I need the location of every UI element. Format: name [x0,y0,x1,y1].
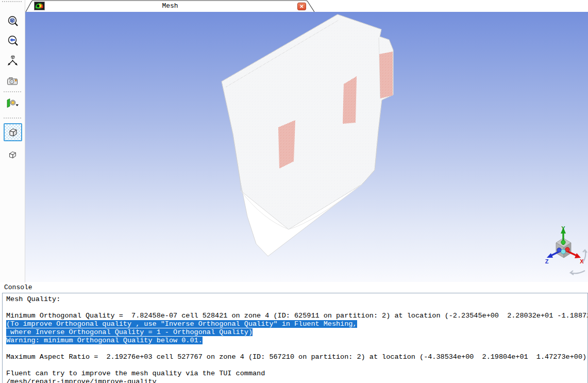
lights-dropdown-icon [5,96,20,110]
marked-face-left [278,120,295,169]
close-button[interactable]: ✕ [297,3,306,10]
zoom-in-button[interactable] [4,13,21,30]
console-line: Mesh Quality: [6,295,588,304]
console-panel-label: Console [4,284,32,291]
toolbar-separator [4,118,21,120]
console-line: Minimum Orthogonal Quality = 7.82458e-07… [6,312,588,320]
rotate-hint-arrow-horizontal [570,271,585,275]
camera-icon [6,74,19,88]
mesh-model [222,14,393,256]
graphics-toolbar [0,0,25,282]
console-line: Maximum Aspect Ratio = 2.19276e+03 cell … [6,353,588,361]
triad-z-label: Z [545,258,549,264]
orthographic-cube-icon [7,149,18,160]
console-line-selected: where Inverse Orthogonal Quality = 1 - O… [6,328,588,337]
console-output[interactable]: Mesh Quality: Minimum Orthogonal Quality… [6,295,588,383]
lighting-options-button[interactable] [4,95,21,111]
fit-to-window-button[interactable] [4,53,21,69]
toolbar-grip[interactable] [2,1,22,4]
console-line [6,361,588,370]
console-line [6,345,588,353]
save-picture-button[interactable] [4,73,21,89]
triad-y-label: Y [561,225,565,231]
tab-title: Mesh [25,2,315,10]
console-line [6,304,588,312]
marked-face-middle [343,76,357,124]
toolbar-separator [4,91,21,93]
perspective-view-button[interactable] [4,123,22,141]
zoom-out-button[interactable] [4,33,21,49]
axis-triad[interactable]: Y Z X [545,225,587,275]
zoom-out-icon [6,35,19,48]
console-line: /mesh/repair-improve/improve-quality [6,378,588,383]
console-line: Fluent can try to improve the mesh quali… [6,370,588,378]
rotate-hint-arrow-vertical [583,250,587,262]
marked-face-right [379,52,393,98]
console-line-selected: (To improve Orthogonal quality , use "In… [6,320,588,328]
console-panel[interactable]: Mesh Quality: Minimum Orthogonal Quality… [2,293,588,383]
orthographic-view-button[interactable] [4,146,21,163]
zoom-in-icon [6,15,19,28]
mesh-scene: Y Z X [25,12,588,282]
perspective-cube-icon [7,126,19,139]
graphics-viewport[interactable]: Y Z X [25,12,588,282]
graphics-window-tab[interactable]: Mesh ✕ [25,0,315,12]
console-line-selected: Warning: minimum Orthogonal Quality belo… [6,337,588,345]
fit-to-window-icon [6,54,19,68]
